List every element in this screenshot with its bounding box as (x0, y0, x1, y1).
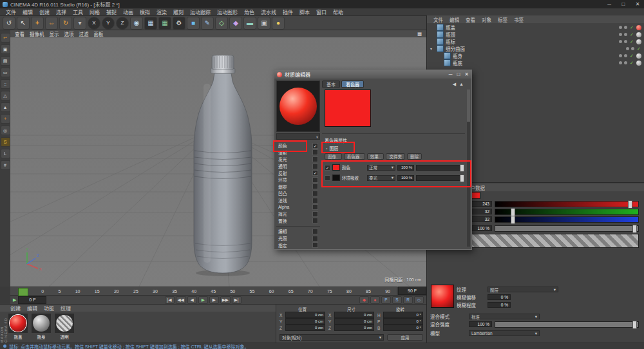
material-tag-icon[interactable] (636, 39, 641, 44)
select-tool-icon[interactable]: ↖ (17, 17, 30, 30)
last-tool-icon[interactable]: ▾ (73, 17, 86, 30)
channel-name[interactable]: 指定 (278, 242, 287, 249)
channel-row[interactable]: 置换 (276, 218, 320, 225)
layer-checkbox[interactable] (325, 175, 330, 181)
green-value-field[interactable]: 32 (469, 209, 492, 214)
brightness-value-field[interactable]: 100 % (469, 225, 492, 231)
render-settings-icon[interactable]: ⚙ (173, 17, 185, 30)
material-menu[interactable]: 纹理 (61, 305, 71, 312)
vp-menu[interactable]: 过滤 (77, 30, 91, 37)
blend-mode-dropdown[interactable]: 柔光▾ (367, 175, 395, 181)
material-preview[interactable] (276, 80, 320, 132)
render-picture-viewer-icon[interactable]: ▦ (158, 17, 171, 30)
lock-workplane-icon[interactable]: L (1, 149, 10, 158)
channel-checkbox[interactable] (312, 211, 318, 217)
red-value-field[interactable]: 243 (469, 201, 492, 207)
goto-start-button[interactable]: |◀ (165, 296, 175, 304)
channel-row[interactable]: 指定 (276, 241, 320, 249)
channel-name[interactable]: 环境 (278, 176, 287, 183)
texture-shader-dropdown[interactable]: 图层▾ (488, 287, 558, 292)
blue-value-field[interactable]: 32 (469, 216, 492, 222)
channel-checkbox[interactable] (312, 191, 318, 196)
coord-field[interactable]: 0 ° (383, 312, 423, 318)
red-slider[interactable] (495, 201, 639, 207)
object-name[interactable]: 瓶盖 (446, 24, 455, 31)
object-name[interactable]: 瓶标 (446, 38, 455, 45)
editor-visibility-dot[interactable] (619, 33, 622, 36)
menu-item[interactable]: 运动跟踪 (187, 8, 214, 15)
vp-menu[interactable]: 面板 (92, 30, 106, 37)
channel-name[interactable]: 编辑 (278, 228, 287, 234)
channel-checkbox[interactable] (312, 164, 318, 169)
object-manager-menu[interactable]: 查看 (463, 16, 478, 23)
channel-row[interactable]: 编辑 (276, 226, 320, 235)
coord-field[interactable]: 0 cm (334, 312, 374, 318)
menu-item[interactable]: 渲染 (153, 8, 170, 15)
channel-checkbox[interactable] (312, 184, 318, 189)
vp-menu[interactable]: 查看 (13, 30, 26, 37)
shader-layer-row[interactable]: 环境吸收 柔光▾ 100 % (325, 173, 462, 183)
object-name[interactable]: 瓶颈 (446, 31, 455, 38)
menu-item[interactable]: 文件 (3, 8, 19, 15)
layer-swatch[interactable] (332, 164, 340, 171)
menu-item[interactable]: 脚本 (296, 8, 313, 15)
z-axis-lock-icon[interactable]: Z (116, 17, 129, 30)
channel-row[interactable]: 反射 ✓ (276, 169, 320, 176)
play-button[interactable]: ▶ (198, 296, 208, 304)
make-editable-icon[interactable]: ↩ (1, 33, 10, 42)
rotate-tool-icon[interactable]: ↻ (59, 17, 72, 30)
channel-name[interactable]: 烟雾 (278, 184, 287, 190)
add-floor-icon[interactable]: ▬ (243, 17, 256, 30)
menu-item[interactable]: 雕刻 (170, 8, 187, 15)
material-editor-titlebar[interactable]: 材质编辑器 ─ □ ✕ (274, 70, 471, 79)
editor-visibility-dot[interactable] (619, 26, 622, 29)
coord-field[interactable]: 0 ° (383, 318, 423, 325)
record-rotation-button[interactable]: R (403, 296, 413, 304)
maximize-button[interactable]: □ (620, 1, 627, 7)
layer-opacity-slider[interactable] (416, 175, 462, 181)
vp-menu[interactable]: 摄像机 (28, 30, 46, 37)
record-parameter-button[interactable]: ◇ (414, 296, 424, 304)
object-name[interactable]: 瓶底 (453, 59, 462, 66)
prev-key-button[interactable]: ◀◀ (176, 296, 186, 304)
workplane-icon[interactable]: ▭ (1, 68, 10, 77)
render-view-icon[interactable]: ▦ (144, 17, 157, 30)
snap-icon[interactable]: S (1, 137, 10, 147)
material-item[interactable]: 瓶盖 (8, 314, 28, 340)
channel-row[interactable]: 凹凸 (276, 190, 320, 197)
editor-visibility-dot[interactable] (619, 61, 622, 64)
model-mode-icon[interactable]: ▣ (1, 44, 10, 54)
current-frame-field[interactable]: 0 F (18, 296, 46, 304)
nav-back-icon[interactable]: ◀ (453, 82, 456, 87)
add-spline-icon[interactable]: ✎ (201, 17, 214, 30)
material-tag-icon[interactable] (636, 25, 641, 30)
me-maximize-button[interactable]: □ (457, 71, 460, 77)
channel-row[interactable]: 颜色 ✓ (276, 142, 320, 149)
material-editor-tab[interactable]: 基本 (322, 80, 340, 88)
object-row[interactable]: 瓶盖 ✓ (427, 24, 644, 31)
enabled-check[interactable]: ✓ (629, 25, 634, 30)
coord-field[interactable]: 0 cm (285, 312, 325, 318)
edges-mode-icon[interactable]: △ (1, 91, 10, 100)
prev-frame-button[interactable]: ◀ (187, 296, 197, 304)
points-mode-icon[interactable]: :: (1, 79, 10, 89)
add-generator-icon[interactable]: ◇ (215, 17, 228, 30)
material-tag-icon[interactable] (636, 32, 641, 37)
layer-opacity-slider[interactable] (416, 165, 462, 171)
channel-checkbox[interactable] (312, 204, 318, 210)
add-deformer-icon[interactable]: ◆ (229, 17, 242, 30)
next-frame-button[interactable]: ▶ (209, 296, 219, 304)
menu-item[interactable]: 选择 (53, 8, 70, 15)
coord-field[interactable]: 0 cm (334, 318, 374, 325)
enabled-check[interactable]: ✓ (629, 61, 634, 66)
layer-shader-label[interactable]: ◦图层 (326, 145, 338, 151)
autokey-button[interactable]: ● (370, 296, 380, 304)
expand-icon[interactable]: ▾ (430, 46, 435, 51)
menu-item[interactable]: 工具 (70, 8, 86, 15)
channel-row[interactable]: Alpha (276, 203, 320, 211)
material-tag-icon[interactable] (636, 53, 641, 59)
viewport-panes-icon[interactable]: ▦ (415, 31, 424, 37)
add-cube-icon[interactable]: ■ (187, 17, 200, 30)
menu-item[interactable]: 捕捉 (103, 8, 120, 15)
object-name[interactable]: 细分曲面 (446, 45, 465, 52)
